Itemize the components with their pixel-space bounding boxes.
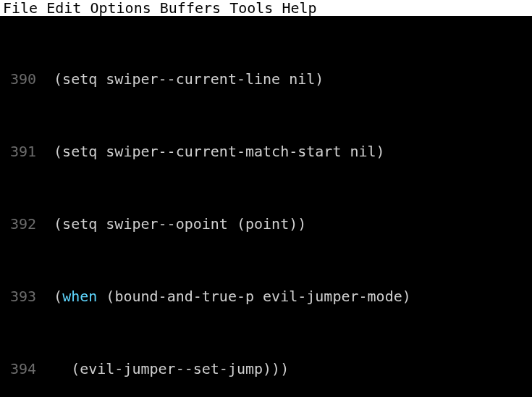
gutter <box>0 70 7 88</box>
line-number: 390 <box>7 70 36 88</box>
code-text: (setq swiper--opoint (point)) <box>36 215 532 233</box>
menu-help[interactable]: Help <box>282 0 316 16</box>
code-text: (setq swiper--current-match-start nil) <box>36 143 532 161</box>
code-line[interactable]: 391 (setq swiper--current-match-start ni… <box>0 143 532 161</box>
code-text: (when (bound-and-true-p evil-jumper-mode… <box>36 288 532 306</box>
code-line[interactable]: 390 (setq swiper--current-line nil) <box>0 70 532 88</box>
menu-edit[interactable]: Edit <box>46 0 81 16</box>
line-number: 394 <box>7 360 36 378</box>
line-number: 393 <box>7 288 36 306</box>
menu-tools[interactable]: Tools <box>229 0 273 16</box>
menu-buffers[interactable]: Buffers <box>160 0 221 16</box>
line-number: 392 <box>7 215 36 233</box>
editor-pane[interactable]: 390 (setq swiper--current-line nil) 391 … <box>0 16 532 397</box>
menu-file[interactable]: File <box>3 0 38 16</box>
gutter <box>0 143 7 161</box>
menu-bar: File Edit Options Buffers Tools Help <box>0 0 532 16</box>
code-line[interactable]: 394 (evil-jumper--set-jump))) <box>0 360 532 378</box>
gutter <box>0 288 7 306</box>
gutter <box>0 360 7 378</box>
code-line[interactable]: 392 (setq swiper--opoint (point)) <box>0 215 532 233</box>
code-text: (evil-jumper--set-jump))) <box>36 360 532 378</box>
code-text: (setq swiper--current-line nil) <box>36 70 532 88</box>
menu-options[interactable]: Options <box>90 0 151 16</box>
code-line[interactable]: 393 (when (bound-and-true-p evil-jumper-… <box>0 288 532 306</box>
line-number: 391 <box>7 143 36 161</box>
gutter <box>0 215 7 233</box>
